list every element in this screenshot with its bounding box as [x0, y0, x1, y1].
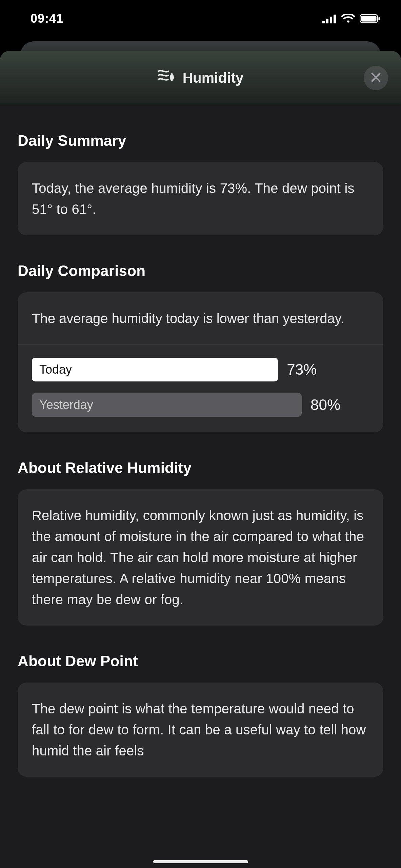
- battery-icon: [360, 14, 381, 23]
- comparison-bars: Today 73% Yesterday 80%: [18, 345, 383, 432]
- screen: 09:41: [0, 0, 401, 868]
- svg-rect-2: [330, 17, 332, 23]
- status-indicators: [322, 14, 381, 23]
- sheet-body[interactable]: Daily Summary Today, the average humidit…: [0, 132, 401, 790]
- about-humidity-card: Relative humidity, commonly known just a…: [18, 489, 383, 626]
- bar-today: Today: [32, 358, 278, 381]
- close-icon: [371, 72, 381, 84]
- bar-today-value: 73%: [287, 361, 327, 378]
- wifi-icon: [341, 14, 355, 23]
- section-heading-about-dewpoint: About Dew Point: [18, 653, 383, 670]
- about-dewpoint-text: The dew point is what the temperature wo…: [32, 698, 369, 761]
- humidity-detail-sheet: Humidity Daily Summary Today, the averag…: [0, 51, 401, 868]
- svg-rect-3: [334, 15, 336, 23]
- svg-rect-1: [326, 19, 328, 23]
- about-dewpoint-card: The dew point is what the temperature wo…: [18, 683, 383, 777]
- bar-yesterday-label: Yesterday: [39, 398, 93, 412]
- status-time: 09:41: [31, 12, 63, 26]
- section-heading-about-humidity: About Relative Humidity: [18, 459, 383, 476]
- comparison-card: The average humidity today is lower than…: [18, 292, 383, 432]
- comparison-intro: The average humidity today is lower than…: [18, 292, 383, 345]
- sheet-header: Humidity: [0, 51, 401, 105]
- svg-rect-5: [361, 16, 377, 22]
- section-heading-summary: Daily Summary: [18, 132, 383, 149]
- about-humidity-text: Relative humidity, commonly known just a…: [32, 505, 369, 610]
- bar-today-label: Today: [39, 362, 72, 377]
- section-heading-comparison: Daily Comparison: [18, 262, 383, 279]
- bar-yesterday: Yesterday: [32, 393, 302, 417]
- svg-rect-6: [379, 17, 380, 20]
- sheet-title-text: Humidity: [183, 70, 244, 86]
- bar-row-today: Today 73%: [32, 358, 369, 381]
- bar-row-yesterday: Yesterday 80%: [32, 393, 369, 417]
- summary-text: Today, the average humidity is 73%. The …: [32, 178, 369, 220]
- sheet-title: Humidity: [158, 68, 244, 87]
- bar-yesterday-value: 80%: [310, 396, 351, 413]
- home-indicator[interactable]: [153, 860, 248, 863]
- cellular-icon: [322, 14, 337, 23]
- svg-rect-0: [322, 21, 325, 23]
- humidity-icon: [158, 68, 177, 87]
- close-button[interactable]: [364, 66, 388, 90]
- status-bar: 09:41: [0, 0, 401, 37]
- summary-card: Today, the average humidity is 73%. The …: [18, 162, 383, 235]
